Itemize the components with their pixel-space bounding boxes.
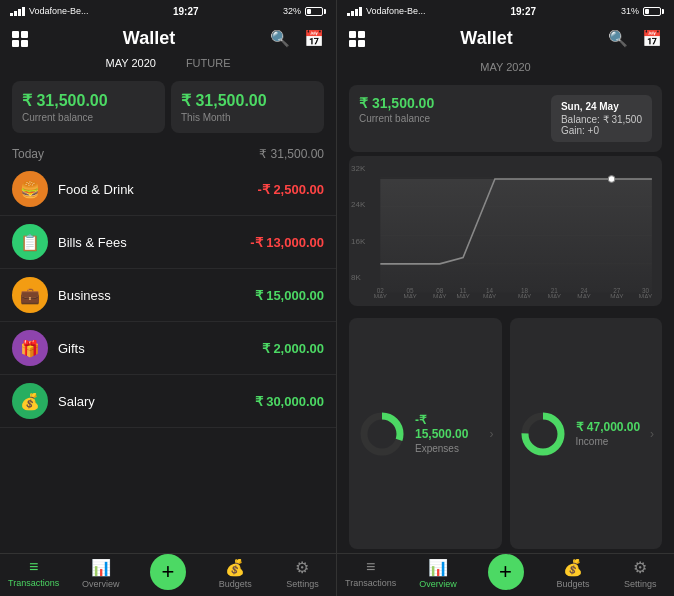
tooltip-date: Sun, 24 May <box>561 101 642 112</box>
header-right: Wallet 🔍 📅 <box>337 22 674 55</box>
svg-text:MAY: MAY <box>610 293 624 298</box>
expenses-info: -₹ 15,500.00 Expenses <box>415 413 482 454</box>
this-month-label: This Month <box>181 112 314 123</box>
budgets-icon-right: 💰 <box>563 558 583 577</box>
search-icon-left[interactable]: 🔍 <box>270 29 290 48</box>
nav-add-left[interactable]: + <box>134 558 201 590</box>
add-button-right[interactable]: + <box>488 554 524 590</box>
gifts-icon: 🎁 <box>12 330 48 366</box>
transaction-business[interactable]: 💼 Business ₹ 15,000.00 <box>0 269 336 322</box>
overview-icon: 📊 <box>91 558 111 577</box>
bottom-nav-left: ≡ Transactions 📊 Overview + 💰 Budgets ⚙ … <box>0 553 336 596</box>
budgets-label: Budgets <box>219 579 252 589</box>
chart-svg: 02 MAY 05 MAY 08 MAY 11 MAY 14 MAY 18 MA… <box>357 164 654 298</box>
this-month-amount: ₹ 31,500.00 <box>181 91 314 110</box>
header-title-left: Wallet <box>123 28 175 49</box>
business-amount: ₹ 15,000.00 <box>255 288 324 303</box>
month-tabs-left: MAY 2020 FUTURE <box>0 55 336 73</box>
header-left: Wallet 🔍 📅 <box>0 22 336 55</box>
transaction-salary[interactable]: 💰 Salary ₹ 30,000.00 <box>0 375 336 428</box>
gifts-amount: ₹ 2,000.00 <box>262 341 324 356</box>
battery-pct-left: 32% <box>283 6 301 16</box>
tab-future-left[interactable]: FUTURE <box>186 57 231 69</box>
section-header-left: Today ₹ 31,500.00 <box>0 141 336 163</box>
y-label-16k: 16K <box>351 237 365 246</box>
nav-budgets-right[interactable]: 💰 Budgets <box>539 558 606 590</box>
balance-card-wide: ₹ 31,500.00 Current balance Sun, 24 May … <box>349 85 662 152</box>
transaction-list: 🍔 Food & Drink -₹ 2,500.00 📋 Bills & Fee… <box>0 163 336 428</box>
income-label: Income <box>576 436 643 447</box>
expenses-amount: -₹ 15,500.00 <box>415 413 482 441</box>
income-chevron: › <box>650 427 654 441</box>
income-info: ₹ 47,000.00 Income <box>576 420 643 447</box>
calendar-icon-right[interactable]: 📅 <box>642 29 662 48</box>
search-icon-right[interactable]: 🔍 <box>608 29 628 48</box>
transaction-food[interactable]: 🍔 Food & Drink -₹ 2,500.00 <box>0 163 336 216</box>
salary-label: Salary <box>58 394 255 409</box>
svg-text:MAY: MAY <box>403 293 417 298</box>
status-right-right: 31% <box>621 6 664 16</box>
tooltip: Sun, 24 May Balance: ₹ 31,500 Gain: +0 <box>551 95 652 142</box>
nav-settings-left[interactable]: ⚙ Settings <box>269 558 336 590</box>
nav-overview-left[interactable]: 📊 Overview <box>67 558 134 590</box>
grid-icon-left[interactable] <box>12 31 28 47</box>
calendar-icon-left[interactable]: 📅 <box>304 29 324 48</box>
bottom-nav-right: ≡ Transactions 📊 Overview + 💰 Budgets ⚙ … <box>337 553 674 596</box>
chart-area: 32K 24K 16K 8K <box>349 156 662 306</box>
svg-marker-4 <box>380 179 652 292</box>
current-balance-amount: ₹ 31,500.00 <box>22 91 155 110</box>
food-label: Food & Drink <box>58 182 257 197</box>
svg-text:MAY: MAY <box>639 293 653 298</box>
right-phone: Vodafone-Be... 19:27 31% Wallet <box>337 0 674 596</box>
nav-transactions-right[interactable]: ≡ Transactions <box>337 558 404 590</box>
add-button-left[interactable]: + <box>150 554 186 590</box>
svg-point-5 <box>608 176 614 182</box>
svg-text:MAY: MAY <box>456 293 470 298</box>
tab-may-left[interactable]: MAY 2020 <box>106 57 156 69</box>
settings-label-right: Settings <box>624 579 657 589</box>
transactions-icon: ≡ <box>29 558 38 576</box>
tooltip-gain: Gain: +0 <box>561 125 642 136</box>
svg-text:MAY: MAY <box>433 293 447 298</box>
settings-icon: ⚙ <box>295 558 309 577</box>
nav-budgets-left[interactable]: 💰 Budgets <box>202 558 269 590</box>
business-icon: 💼 <box>12 277 48 313</box>
overview-label-right: Overview <box>419 579 457 589</box>
expenses-label: Expenses <box>415 443 482 454</box>
income-amount: ₹ 47,000.00 <box>576 420 643 434</box>
transaction-gifts[interactable]: 🎁 Gifts ₹ 2,000.00 <box>0 322 336 375</box>
current-balance-card: ₹ 31,500.00 Current balance <box>12 81 165 133</box>
time-right: 19:27 <box>510 6 536 17</box>
header-actions-right: 🔍 📅 <box>608 29 662 48</box>
svg-text:MAY: MAY <box>548 293 562 298</box>
header-title-right: Wallet <box>460 28 512 49</box>
food-amount: -₹ 2,500.00 <box>257 182 324 197</box>
section-total: ₹ 31,500.00 <box>259 147 324 161</box>
nav-overview-right[interactable]: 📊 Overview <box>404 558 471 590</box>
current-balance-label: Current balance <box>22 112 155 123</box>
transactions-label-right: Transactions <box>345 578 396 588</box>
donuts-row: -₹ 15,500.00 Expenses › ₹ 47,000.00 Inco… <box>337 314 674 553</box>
nav-add-right[interactable]: + <box>472 558 539 590</box>
budgets-icon: 💰 <box>225 558 245 577</box>
y-label-24k: 24K <box>351 200 365 209</box>
header-actions-left: 🔍 📅 <box>270 29 324 48</box>
grid-icon-right[interactable] <box>349 31 365 47</box>
salary-amount: ₹ 30,000.00 <box>255 394 324 409</box>
signal-icon-right <box>347 7 362 16</box>
carrier-left: Vodafone-Be... <box>29 6 89 16</box>
carrier-right: Vodafone-Be... <box>366 6 426 16</box>
income-donut-card[interactable]: ₹ 47,000.00 Income › <box>510 318 663 549</box>
budgets-label-right: Budgets <box>556 579 589 589</box>
transaction-bills[interactable]: 📋 Bills & Fees -₹ 13,000.00 <box>0 216 336 269</box>
balance-label-right: Current balance <box>359 113 434 124</box>
svg-text:MAY: MAY <box>518 293 532 298</box>
status-right-left: 32% <box>283 6 326 16</box>
expenses-donut-svg <box>357 409 407 459</box>
expenses-donut-card[interactable]: -₹ 15,500.00 Expenses › <box>349 318 502 549</box>
month-label-right: MAY 2020 <box>337 55 674 77</box>
battery-icon-right <box>643 7 664 16</box>
nav-settings-right[interactable]: ⚙ Settings <box>607 558 674 590</box>
nav-transactions-left[interactable]: ≡ Transactions <box>0 558 67 590</box>
expenses-donut <box>357 409 407 459</box>
